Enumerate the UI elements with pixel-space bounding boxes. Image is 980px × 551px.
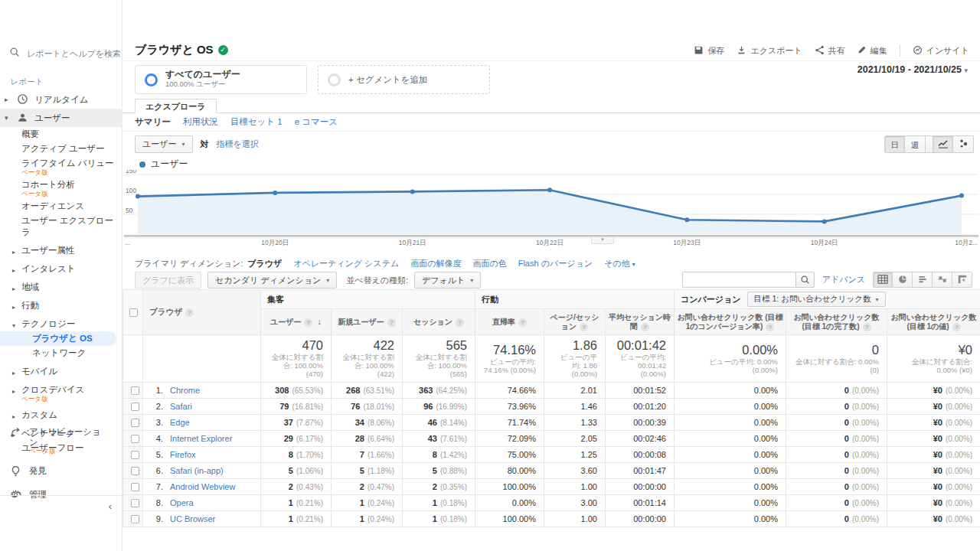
subtab[interactable]: e コマース bbox=[295, 116, 338, 128]
browser-link[interactable]: Chrome bbox=[170, 386, 200, 395]
chart-collapse-handle[interactable]: ▾ bbox=[591, 237, 614, 244]
granularity-button[interactable]: 日 bbox=[884, 135, 905, 153]
table-search-input[interactable] bbox=[682, 272, 795, 288]
row-checkbox[interactable] bbox=[131, 467, 139, 475]
row-checkbox[interactable] bbox=[131, 403, 139, 411]
table-view-button[interactable] bbox=[873, 272, 893, 288]
select-all-checkbox[interactable] bbox=[129, 308, 138, 317]
row-checkbox[interactable] bbox=[131, 419, 139, 427]
date-range-selector[interactable]: 2021/10/19 - 2021/10/25 ▾ bbox=[858, 64, 968, 75]
add-segment-button[interactable]: + セグメントを追加 bbox=[318, 65, 490, 94]
sidebar-item-label: 発見 bbox=[29, 465, 47, 476]
segment-all-users[interactable]: すべてのユーザー 100.00% ユーザー bbox=[135, 65, 307, 94]
column-header[interactable]: 平均セッション時間? bbox=[606, 309, 675, 335]
browser-link[interactable]: UC Browser bbox=[170, 514, 215, 523]
metric-cell: 0.00% bbox=[675, 463, 786, 479]
sidebar-item[interactable]: アトリビューションベータ版 bbox=[0, 421, 122, 460]
dimension-link[interactable]: オペレーティング システム bbox=[293, 258, 399, 269]
table-search-button[interactable] bbox=[795, 272, 815, 288]
sidebar-item[interactable]: ▾テクノロジー bbox=[21, 317, 121, 331]
column-header[interactable]: 直帰率? bbox=[475, 309, 544, 335]
comparison-view-button[interactable] bbox=[933, 272, 952, 288]
dimension-link[interactable]: 画面の解像度 bbox=[410, 258, 461, 269]
sidebar-item[interactable]: ライフタイム バリューベータ版 bbox=[21, 156, 121, 178]
line-chart-button[interactable] bbox=[933, 135, 953, 153]
goal-selector-dropdown[interactable]: 目標 1: お問い合わせクリック数 ▾ bbox=[747, 292, 886, 307]
browser-link[interactable]: Android Webview bbox=[170, 482, 235, 491]
sidebar-item[interactable]: ▸地域 bbox=[21, 280, 121, 295]
table-row: 1.Chrome308(65.53%)268(63.51%)363(64.25%… bbox=[123, 383, 980, 399]
percentage-view-icon bbox=[898, 273, 907, 287]
row-checkbox[interactable] bbox=[131, 515, 139, 523]
column-header[interactable]: セッション? bbox=[403, 309, 475, 335]
row-checkbox[interactable] bbox=[131, 451, 139, 459]
sidebar-item[interactable]: コホート分析ベータ版 bbox=[21, 178, 121, 199]
subtab[interactable]: サマリー bbox=[135, 116, 171, 128]
pivot-view-button[interactable] bbox=[952, 272, 972, 288]
browser-link[interactable]: Edge bbox=[170, 418, 190, 427]
tab-explorer[interactable]: エクスプローラ bbox=[135, 99, 217, 113]
row-checkbox[interactable] bbox=[131, 435, 139, 443]
info-icon: ? bbox=[580, 323, 588, 331]
column-header[interactable]: ユーザー?↓ bbox=[261, 309, 332, 335]
sort-type-dropdown[interactable]: デフォルト ▾ bbox=[414, 272, 481, 289]
browser-link[interactable]: Safari bbox=[170, 402, 192, 411]
sidebar-item[interactable]: ▸クロスデバイスベータ版 bbox=[21, 383, 121, 404]
sidebar-item[interactable]: ▸インタレスト bbox=[21, 262, 121, 276]
sidebar-item[interactable]: オーディエンス bbox=[21, 199, 121, 214]
browser-link[interactable]: Safari (in-app) bbox=[170, 466, 224, 475]
header-action-button[interactable]: エクスポート bbox=[737, 45, 802, 57]
performance-view-button[interactable] bbox=[913, 272, 933, 288]
sidebar-search[interactable]: レポートとヘルプを検索 bbox=[0, 44, 122, 64]
metric-cell: 5(1.06%) bbox=[261, 463, 332, 479]
browser-link[interactable]: Firefox bbox=[170, 450, 196, 459]
column-header-browser[interactable]: ブラウザ? bbox=[143, 290, 261, 335]
dimension-link[interactable]: 画面の色 bbox=[472, 258, 506, 269]
sidebar-item[interactable]: ▸モバイル bbox=[21, 364, 121, 379]
sidebar-item[interactable]: ユーザー エクスプローラ bbox=[21, 214, 121, 240]
row-checkbox[interactable] bbox=[131, 386, 139, 395]
sidebar-item[interactable]: ネットワーク bbox=[21, 346, 121, 360]
dimension-browser-active[interactable]: ブラウザ bbox=[247, 258, 282, 269]
column-header[interactable]: お問い合わせクリック数 (目標 1のコンバージョン率)? bbox=[675, 309, 786, 335]
dimension-more-link[interactable]: その他 ▾ bbox=[604, 258, 635, 269]
row-checkbox[interactable] bbox=[131, 483, 139, 491]
metric-cell: 0(0.00%) bbox=[786, 447, 887, 463]
row-checkbox[interactable] bbox=[131, 499, 139, 507]
column-header[interactable]: 新規ユーザー? bbox=[332, 309, 403, 335]
chevron-down-icon: ▾ bbox=[12, 320, 15, 331]
secondary-dimension-dropdown[interactable]: セカンダリ ディメンション ▾ bbox=[207, 272, 337, 289]
select-metric-link[interactable]: 指標を選択 bbox=[217, 139, 259, 150]
metric-cell: 76(18.01%) bbox=[332, 399, 403, 415]
column-header[interactable]: お問い合わせクリック数 (目標 1の完了数)? bbox=[786, 309, 887, 335]
metric-cell: 75.00% bbox=[475, 447, 544, 463]
line-chart-icon bbox=[938, 138, 949, 152]
column-header[interactable]: ページ/セッション? bbox=[544, 309, 606, 335]
header-action-button[interactable]: 共有 bbox=[815, 45, 845, 57]
subtab[interactable]: 目標セット 1 bbox=[230, 116, 283, 128]
metric-cell: ¥0(0.00%) bbox=[887, 495, 980, 511]
sidebar-item-users[interactable]: ▾ ユーザー bbox=[0, 109, 122, 127]
browser-link[interactable]: Internet Explorer bbox=[170, 434, 232, 443]
metric-select-dropdown[interactable]: ユーザー ▾ bbox=[135, 135, 193, 153]
sidebar-item[interactable]: ブラウザと OS bbox=[0, 331, 116, 346]
granularity-button[interactable]: 週 bbox=[905, 135, 926, 153]
motion-chart-button[interactable] bbox=[953, 135, 974, 153]
sidebar-item[interactable]: 発見 bbox=[0, 460, 122, 484]
header-action-button[interactable]: 編集 bbox=[858, 45, 887, 57]
column-header[interactable]: お問い合わせクリック数 (目標 1の値)? bbox=[887, 309, 980, 335]
sidebar-item-realtime[interactable]: ▸ リアルタイム bbox=[0, 90, 122, 109]
sidebar-item[interactable]: 概要 bbox=[21, 127, 121, 142]
metric-cell: 0.00% bbox=[475, 495, 544, 511]
advanced-search-link[interactable]: アドバンス bbox=[822, 274, 865, 285]
percentage-view-button[interactable] bbox=[893, 272, 913, 288]
save-button[interactable]: 保存 bbox=[694, 45, 724, 57]
sidebar-item[interactable]: ▸ユーザー属性 bbox=[21, 243, 121, 258]
browser-link[interactable]: Opera bbox=[170, 498, 194, 507]
sidebar-item[interactable]: アクティブ ユーザー bbox=[21, 142, 121, 156]
sidebar-item[interactable]: ▸行動 bbox=[21, 298, 121, 313]
dimension-link[interactable]: Flash のバージョン bbox=[518, 258, 593, 269]
sidebar-collapse-button[interactable]: ‹ bbox=[0, 495, 122, 512]
header-action-button[interactable]: インサイト bbox=[913, 45, 969, 57]
subtab[interactable]: 利用状況 bbox=[183, 116, 218, 128]
